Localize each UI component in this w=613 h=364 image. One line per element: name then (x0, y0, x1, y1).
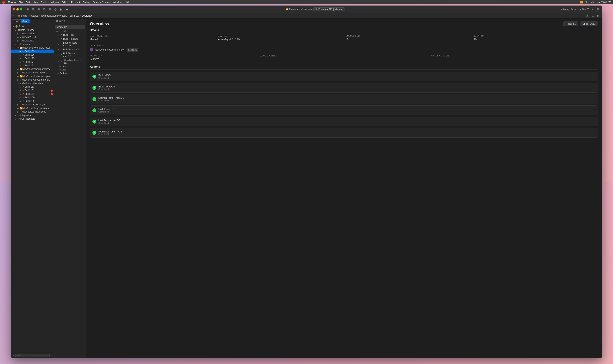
action-row-unit-tests-ios[interactable]: ✓ Unit Tests - iOS Completed (90, 105, 288, 115)
build159-label: Build 159 (25, 100, 53, 103)
breadcrumb-workflow[interactable]: dev/nesbit/workflow-tests (41, 14, 67, 17)
sidebar-item-integration[interactable]: ▶ 🏷 Integration (11, 114, 54, 117)
success-icon: ✓ (22, 57, 24, 60)
sidebar-item-sign-in[interactable]: ▶ 🔀 dev/nesbit/sign-in-with-ap... (11, 106, 54, 110)
action-check-icon: ✓ (93, 86, 96, 90)
project-icon: 📁 (285, 8, 288, 11)
apple-menu[interactable]: 🍎 (2, 0, 5, 4)
sidebar-item-build173[interactable]: ▶ ✓ Build 173 (11, 64, 54, 67)
sidebar-item-new-artwork[interactable]: ▶ ✓ dev/nesbit/new-artwork (11, 71, 54, 74)
forward-button[interactable]: › (14, 14, 16, 17)
sidebar-item-build175[interactable]: ▶ ✓ Build 175 (11, 57, 54, 60)
artifacts-item[interactable]: Artifacts (54, 71, 86, 75)
chevron-right-icon: ▶ (17, 75, 20, 77)
sidebar-item-build162[interactable]: ▶ ✗ Build 162 ⬤ (11, 89, 54, 92)
local-toggle[interactable]: Local (12, 19, 21, 23)
build173-label: Build 173 (25, 64, 53, 67)
edit-menu[interactable]: Edit (26, 1, 30, 4)
chevron-right-icon: ▶ (20, 61, 22, 63)
sidebar-item-build159[interactable]: ▶ ✓ Build 159 (11, 99, 54, 103)
sub-item-logs[interactable]: Logs (54, 68, 86, 71)
tag-icon: 🏷 (18, 118, 20, 120)
overview-item[interactable]: Overview (55, 25, 85, 29)
sidebar-item-build160[interactable]: ▶ ✗ Build 160 (11, 96, 54, 99)
action-item-build-macos[interactable]: ▶ ✓ Build - macOS (55, 37, 85, 41)
action-info: Unit Tests - macOS Completed (98, 119, 288, 124)
sidebar-item-release20[interactable]: ▶ ✓ release/2.0 (11, 39, 54, 42)
sidebar-item-release201[interactable]: ▶ ✓ release/2.0.1 (11, 35, 54, 39)
close-button[interactable] (13, 8, 15, 11)
sidebar-item-build163[interactable]: ▶ ✓ Build 163 (11, 85, 54, 89)
breadcrumb-fruta[interactable]: 📦 Fruta (18, 14, 27, 17)
sidebar-item-workflow-tests[interactable]: ▼ 🔀 dev/nesbit/workflow-tests (11, 46, 54, 50)
action-row-launch-tests-macos[interactable]: ✓ Launch Tests - macOS Completed (90, 94, 288, 104)
branch-icon: 🔀 (20, 75, 23, 78)
action-item-workflow-tests-ios[interactable]: ▼ ✓ Workflow Tests - iOS (55, 58, 85, 65)
last-commit-label: LAST COMMIT (90, 45, 288, 47)
sidebar-item-features[interactable]: ▼ 🏷 Features (11, 42, 54, 46)
action-check-icon: ✓ (93, 97, 96, 101)
start-condition-value: Manual (90, 38, 215, 41)
run-button[interactable]: ▶ (64, 7, 69, 12)
debug-menu[interactable]: Debug (83, 1, 90, 4)
xcode-menu[interactable]: Xcode (8, 1, 16, 4)
chevron-right-icon: ▶ (17, 68, 20, 70)
breadcrumb-features[interactable]: Features (29, 14, 38, 17)
toolbar-icon-4[interactable]: ⊞ (48, 7, 52, 12)
sidebar-item-swift-async[interactable]: ▶ ✓ dev/nesbit/swift-async (11, 103, 54, 106)
navigate-menu[interactable]: Navigate (49, 1, 59, 4)
sub-item-tests[interactable]: Tests (54, 65, 86, 68)
action-row-build-ios[interactable]: ✓ Build - iOS Completed (90, 72, 288, 81)
breadcrumb-build189[interactable]: Build 189 (69, 14, 80, 17)
action-row-workflow-tests-ios[interactable]: ✓ Workflow Tests - iOS Completed (90, 128, 288, 138)
product-menu[interactable]: Product (71, 1, 80, 4)
sidebar-item-build176[interactable]: ▶ ✓ Build 176 (11, 53, 54, 57)
action-item-unit-tests-ios[interactable]: ▶ ✓ Unit Tests - iOS (55, 48, 85, 52)
build175-label: Build 175 (25, 57, 53, 60)
view-menu[interactable]: View (33, 1, 38, 4)
sidebar-item-pull-requests[interactable]: ▶ 🏷 Pull Requests (11, 117, 54, 121)
sidebar-item-adopt-materials[interactable]: ▶ ✗ dev/nesbit/adopt-materials (11, 78, 54, 81)
action-check-icon: ✓ (93, 75, 96, 78)
action-row-build-macos[interactable]: ✓ Build - macOS Completed (90, 83, 288, 92)
cloud-toggle[interactable]: Cloud (21, 19, 30, 23)
editor-menu[interactable]: Editor (62, 1, 68, 4)
sidebar-item-build174[interactable]: ▶ ✓ Build 174 (11, 60, 54, 64)
error-icon: ✗ (20, 78, 22, 81)
source-control-menu[interactable]: Source Control (93, 1, 110, 4)
sidebar-item-fruta[interactable]: ▼ 📦 Fruta (11, 25, 54, 28)
minimize-button[interactable] (16, 8, 19, 11)
sidebar-item-release21[interactable]: ▶ ✓ release/2.1 (11, 32, 54, 35)
toolbar-icon-1[interactable]: ⊟ (31, 7, 35, 12)
commit-message: Remove unnecessary import (95, 48, 125, 51)
toolbar-icon-3[interactable]: ⊡ (42, 7, 46, 12)
action-row-unit-tests-macos[interactable]: ✓ Unit Tests - macOS Completed (90, 117, 288, 126)
sidebar-toggle-icon[interactable]: ⊞ (26, 7, 30, 12)
sidebar-item-build161[interactable]: ▶ ✗ Build 161 ⬤ (11, 92, 54, 96)
maximize-button[interactable] (20, 8, 22, 11)
action-item-build-ios[interactable]: ▶ ✓ Build - iOS (55, 33, 85, 37)
sidebar-item-menu-performa[interactable]: ▶ 🔀 dev/nesbit/menu-performa... (11, 67, 54, 71)
help-menu[interactable]: Help (125, 1, 130, 4)
action-item-launch-tests-macos[interactable]: ▶ ✓ Launch Tests - macOS (55, 41, 85, 48)
window-menu[interactable]: Window (113, 1, 122, 4)
sidebar-item-favorites[interactable]: ▼ ✓ dev/nesbit/favorites (11, 81, 54, 85)
sidebar-item-network-capture[interactable]: ▶ 🔀 dev/nesbit/network-capture (11, 74, 54, 78)
breadcrumb-overview-label: Overview (82, 14, 92, 17)
overview-label: Overview (57, 26, 67, 28)
find-menu[interactable]: Find (41, 1, 46, 4)
toolbar-icon-6[interactable]: ◉ (59, 7, 63, 12)
toolbar-icon-2[interactable]: ⊠ (37, 7, 41, 12)
sidebar-item-build189[interactable]: ▶ ✓ Build 189 (11, 50, 54, 53)
last-commit-row: R Remove unnecessary import c10e536 (90, 48, 288, 52)
sidebar-item-beta-release[interactable]: ▶ 🏷 Beta Release (11, 28, 54, 32)
action-item-unit-tests-macos[interactable]: ▶ ✓ Unit Tests - macOS (55, 52, 85, 58)
workflow-label: WORKFLOW (90, 55, 257, 57)
success-icon: ✓ (20, 36, 22, 39)
sidebar-item-register-icons[interactable]: ▶ ✓ dev/register/new-icons (11, 110, 54, 114)
toolbar-icon-5[interactable]: ◎ (53, 7, 57, 12)
page-title: Overview (90, 21, 109, 26)
file-menu[interactable]: File (19, 1, 23, 4)
integration-label: Integration (20, 114, 53, 117)
back-button[interactable]: ‹ (13, 14, 14, 17)
